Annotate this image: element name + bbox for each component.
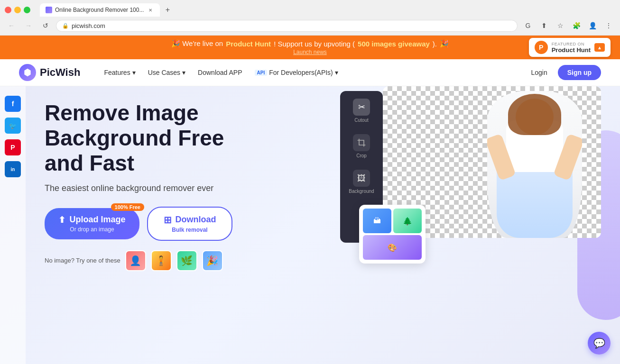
- thumb-3[interactable]: 🎨: [363, 235, 422, 260]
- logo-icon: [19, 64, 36, 81]
- free-badge: 100% Free: [111, 203, 144, 211]
- back-button[interactable]: ←: [5, 19, 18, 32]
- forward-button[interactable]: →: [22, 19, 35, 32]
- menu-icon-btn[interactable]: ⋮: [602, 19, 615, 32]
- title-bar: Online Background Remover 100... ✕ +: [0, 0, 620, 17]
- crop-label: Crop: [356, 153, 367, 158]
- toolbar-icons: G ⬆ ☆ 🧩 👤 ⋮: [521, 19, 615, 32]
- windows-icon: ⊞: [164, 214, 172, 226]
- download-sub-text: Bulk removal: [172, 227, 207, 233]
- window-maximize-button[interactable]: [24, 7, 30, 13]
- tab-bar: Online Background Remover 100... ✕ +: [35, 3, 178, 17]
- try-image-3-placeholder: 🌿: [177, 251, 196, 270]
- nav-use-cases-label: Use Cases: [148, 69, 180, 76]
- tab-close-button[interactable]: ✕: [147, 6, 154, 14]
- nav-links: Features ▾ Use Cases ▾ Download APP API …: [99, 66, 525, 79]
- google-icon-btn[interactable]: G: [521, 19, 535, 32]
- try-image-2[interactable]: 🧍: [151, 250, 172, 271]
- twitter-icon: 🐦: [9, 122, 17, 129]
- chat-button[interactable]: 💬: [588, 332, 611, 355]
- use-cases-chevron-icon: ▾: [182, 69, 185, 76]
- upload-sub-text: Or drop an image: [70, 226, 114, 233]
- bookmark-icon-btn[interactable]: ☆: [554, 19, 567, 32]
- pinterest-social-button[interactable]: P: [5, 139, 21, 155]
- try-image-4[interactable]: 🎉: [202, 250, 223, 271]
- upload-arrow-icon: ⬆: [58, 215, 65, 225]
- try-image-3[interactable]: 🌿: [176, 250, 197, 271]
- editor-tool-background[interactable]: 🖼 Background: [349, 170, 374, 194]
- promo-banner: 🎉 We're live on Product Hunt ! Support u…: [0, 36, 620, 59]
- hero-section: Remove Image Background Free and Fast Th…: [26, 86, 272, 364]
- try-image-2-placeholder: 🧍: [152, 251, 171, 270]
- api-chevron-icon: ▾: [335, 69, 338, 76]
- address-bar[interactable]: 🔒 picwish.com: [56, 20, 518, 32]
- ph-logo: P: [535, 41, 548, 54]
- chat-icon: 💬: [593, 337, 605, 349]
- thumb-1[interactable]: 🏔: [363, 209, 391, 233]
- cutout-label: Cutout: [354, 118, 368, 123]
- lock-icon: 🔒: [62, 23, 69, 29]
- pinterest-icon: P: [10, 144, 15, 151]
- nav-download-app[interactable]: Download APP: [193, 66, 247, 79]
- woman-figure: [478, 86, 592, 238]
- crop-icon: [353, 134, 370, 151]
- extensions-icon-btn[interactable]: 🧩: [570, 19, 583, 32]
- reload-button[interactable]: ↺: [39, 19, 52, 32]
- address-bar-row: ← → ↺ 🔒 picwish.com G ⬆ ☆ 🧩 👤 ⋮: [0, 17, 620, 35]
- share-icon-btn[interactable]: ⬆: [537, 19, 551, 32]
- banner-text-after: ! Support us by upvoting (: [274, 40, 355, 48]
- facebook-icon: f: [12, 100, 14, 108]
- nav-use-cases[interactable]: Use Cases ▾: [143, 66, 190, 79]
- tab-title: Online Background Remover 100...: [55, 7, 144, 13]
- features-chevron-icon: ▾: [132, 69, 136, 76]
- nav-api[interactable]: API For Developers(APIs) ▾: [250, 66, 343, 79]
- hero-image-section: ✂ Cutout Crop 🖼 Background: [316, 86, 620, 364]
- social-sidebar: f 🐦 P in: [0, 86, 26, 364]
- logo-area[interactable]: PicWish: [19, 64, 80, 81]
- facebook-social-button[interactable]: f: [5, 96, 21, 112]
- browser-tab[interactable]: Online Background Remover 100... ✕: [40, 3, 160, 17]
- login-button[interactable]: Login: [525, 66, 553, 79]
- nav-actions: Login Sign up: [525, 65, 601, 80]
- download-bulk-button[interactable]: ⊞ Download Bulk removal: [147, 207, 232, 241]
- thumb-2[interactable]: 🌲: [393, 209, 422, 233]
- thumbnail-popup: 🏔 🌲 🎨: [359, 205, 426, 264]
- try-image-1[interactable]: 👤: [125, 250, 146, 271]
- nav-api-label: For Developers(APIs): [269, 69, 333, 76]
- cutout-icon: ✂: [353, 99, 370, 116]
- upload-image-button[interactable]: ⬆ Upload Image Or drop an image: [45, 208, 139, 239]
- launch-news-link[interactable]: Launch news: [293, 49, 327, 55]
- twitter-social-button[interactable]: 🐦: [5, 118, 21, 134]
- product-hunt-badge[interactable]: P FEATURED ON Product Hunt ▲: [529, 38, 611, 57]
- banner-text-before: 🎉 We're live on: [171, 39, 223, 48]
- window-minimize-button[interactable]: [14, 7, 21, 13]
- ph-name-label: Product Hunt: [552, 46, 591, 54]
- upload-btn-wrapper: 100% Free ⬆ Upload Image Or drop an imag…: [45, 208, 139, 239]
- url-text: picwish.com: [72, 22, 105, 29]
- editor-tool-crop[interactable]: Crop: [353, 134, 370, 158]
- signup-button[interactable]: Sign up: [558, 65, 601, 80]
- banner-confetti: 🎉: [440, 39, 449, 48]
- hero-title: Remove Image Background Free and Fast: [45, 100, 263, 176]
- profile-icon-btn[interactable]: 👤: [586, 19, 599, 32]
- nav-features[interactable]: Features ▾: [99, 66, 140, 79]
- button-group: 100% Free ⬆ Upload Image Or drop an imag…: [45, 207, 263, 241]
- new-tab-button[interactable]: +: [162, 4, 173, 16]
- nav-download-app-label: Download APP: [198, 69, 242, 76]
- hero-subtitle: The easiest online background remover ev…: [45, 183, 263, 193]
- ph-arrow-icon: ▲: [594, 43, 605, 52]
- linkedin-icon: in: [11, 167, 15, 172]
- tab-favicon: [46, 7, 52, 13]
- editor-tool-cutout[interactable]: ✂ Cutout: [353, 99, 370, 123]
- window-close-button[interactable]: [5, 7, 11, 13]
- background-icon: 🖼: [353, 170, 370, 187]
- ph-text-group: FEATURED ON Product Hunt: [552, 42, 591, 54]
- try-these-label: No image? Try one of these: [45, 257, 120, 264]
- linkedin-social-button[interactable]: in: [5, 161, 21, 177]
- banner-giveaway: 500 images giveaway: [358, 40, 430, 48]
- banner-product-hunt: Product Hunt: [226, 40, 271, 48]
- api-badge: API: [255, 70, 268, 76]
- banner-text-end: ).: [433, 40, 437, 48]
- try-image-4-placeholder: 🎉: [203, 251, 222, 270]
- nav-bar: PicWish Features ▾ Use Cases ▾ Download …: [0, 59, 620, 86]
